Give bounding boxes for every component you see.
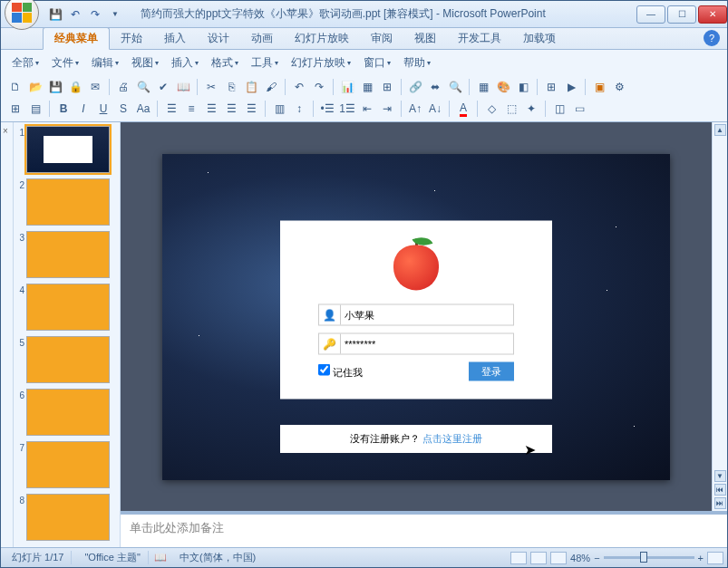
- align-right-icon[interactable]: ☰: [202, 100, 220, 118]
- spelling-icon[interactable]: ✔: [154, 78, 172, 96]
- redo-icon[interactable]: ↷: [310, 78, 328, 96]
- table-icon[interactable]: ▦: [358, 78, 376, 96]
- format-painter-icon[interactable]: 🖌: [262, 78, 280, 96]
- save-icon[interactable]: 💾: [46, 78, 64, 96]
- tab-developer[interactable]: 开发工具: [447, 28, 512, 49]
- justify-icon[interactable]: ☰: [222, 100, 240, 118]
- font-color-icon[interactable]: A: [454, 100, 472, 118]
- columns-icon[interactable]: ▥: [270, 100, 288, 118]
- slideshow-view-icon[interactable]: [550, 552, 567, 564]
- distributed-icon[interactable]: ☰: [242, 100, 260, 118]
- outline-pane-handle[interactable]: ×: [1, 122, 14, 547]
- tab-slideshow[interactable]: 幻灯片放映: [284, 28, 360, 49]
- font-decrease-icon[interactable]: A↓: [426, 100, 444, 118]
- italic-icon[interactable]: I: [74, 100, 92, 118]
- next-slide-icon[interactable]: ⏭: [714, 497, 726, 509]
- new-slide-icon[interactable]: ▭: [570, 100, 588, 118]
- color-icon[interactable]: 🎨: [494, 78, 512, 96]
- increase-indent-icon[interactable]: ⇥: [378, 100, 396, 118]
- macro-icon[interactable]: ▶: [562, 78, 580, 96]
- grid-icon[interactable]: ▦: [474, 78, 492, 96]
- thumbnail-3[interactable]: [26, 231, 110, 278]
- grayscale-icon[interactable]: ◧: [514, 78, 532, 96]
- mail-icon[interactable]: ✉: [86, 78, 104, 96]
- slide-viewport[interactable]: 👤 🔑 记住我 登录: [121, 122, 712, 511]
- tab-animation[interactable]: 动画: [240, 28, 284, 49]
- tab-review[interactable]: 审阅: [360, 28, 403, 49]
- redo-icon[interactable]: ↷: [88, 7, 102, 22]
- vertical-scrollbar[interactable]: ▲ ▼ ⏮ ⏭: [712, 122, 727, 511]
- design-icon[interactable]: ◫: [550, 100, 568, 118]
- save-icon[interactable]: 💾: [48, 7, 63, 22]
- username-input[interactable]: [341, 310, 513, 321]
- help-icon[interactable]: ?: [704, 30, 720, 46]
- undo-icon[interactable]: ↶: [68, 7, 83, 22]
- tab-view[interactable]: 视图: [403, 28, 447, 49]
- password-input[interactable]: [341, 339, 513, 350]
- zoom-in-icon[interactable]: +: [698, 553, 704, 563]
- layout-icon[interactable]: ▤: [26, 100, 44, 118]
- print-icon[interactable]: 🖨: [114, 78, 132, 96]
- font-increase-icon[interactable]: A↑: [406, 100, 424, 118]
- register-link[interactable]: 点击这里注册: [422, 433, 482, 444]
- slideshow-icon[interactable]: ▣: [590, 78, 608, 96]
- close-button[interactable]: ✕: [698, 5, 727, 24]
- decrease-indent-icon[interactable]: ⇤: [358, 100, 376, 118]
- menu-format[interactable]: 格式▾: [206, 53, 244, 72]
- zoom-slider[interactable]: [604, 556, 694, 559]
- window-icon[interactable]: ⊞: [542, 78, 560, 96]
- grid-view-icon[interactable]: ⊞: [6, 100, 24, 118]
- notes-pane[interactable]: 单击此处添加备注: [121, 511, 727, 547]
- qat-dropdown-icon[interactable]: ▼: [108, 7, 122, 22]
- open-icon[interactable]: 📂: [26, 78, 44, 96]
- login-button[interactable]: 登录: [469, 362, 514, 381]
- align-left-icon[interactable]: ☰: [162, 100, 180, 118]
- bullets-icon[interactable]: •☰: [318, 100, 336, 118]
- normal-view-icon[interactable]: [510, 552, 527, 564]
- permission-icon[interactable]: 🔒: [66, 78, 84, 96]
- fit-window-icon[interactable]: [707, 552, 723, 564]
- tab-insert[interactable]: 插入: [153, 28, 197, 49]
- align-center-icon[interactable]: ≡: [182, 100, 200, 118]
- thumbnail-2[interactable]: [26, 178, 110, 226]
- scroll-up-icon[interactable]: ▲: [714, 124, 726, 136]
- prev-slide-icon[interactable]: ⏮: [714, 484, 726, 496]
- menu-all[interactable]: 全部▾: [6, 53, 44, 72]
- spellcheck-icon[interactable]: 📖: [154, 552, 167, 563]
- thumbnail-8[interactable]: [26, 494, 110, 541]
- slide-canvas[interactable]: 👤 🔑 记住我 登录: [162, 154, 670, 480]
- sorter-view-icon[interactable]: [530, 552, 547, 564]
- menu-insert[interactable]: 插入▾: [166, 53, 204, 72]
- tab-home[interactable]: 开始: [110, 28, 153, 49]
- numbering-icon[interactable]: 1☰: [338, 100, 356, 118]
- minimize-button[interactable]: —: [636, 5, 665, 24]
- thumbnail-7[interactable]: [26, 441, 110, 488]
- tables-icon[interactable]: ⊞: [378, 78, 396, 96]
- text-direction-icon[interactable]: ↕: [290, 100, 308, 118]
- tab-addins[interactable]: 加载项: [512, 28, 567, 49]
- shapes-icon[interactable]: ◇: [482, 100, 500, 118]
- bold-icon[interactable]: B: [54, 100, 73, 118]
- hyperlink-icon[interactable]: 🔗: [406, 78, 424, 96]
- office-button[interactable]: [5, 0, 39, 30]
- tab-classic-menu[interactable]: 经典菜单: [43, 27, 110, 50]
- underline-icon[interactable]: U: [94, 100, 112, 118]
- thumbnail-4[interactable]: [26, 284, 110, 331]
- thumbnail-5[interactable]: [26, 336, 110, 383]
- menu-help[interactable]: 帮助▾: [398, 53, 436, 72]
- copy-icon[interactable]: ⎘: [222, 78, 240, 96]
- thumbnail-1[interactable]: [26, 126, 110, 173]
- menu-edit[interactable]: 编辑▾: [86, 53, 124, 72]
- language-indicator[interactable]: 中文(简体，中国): [172, 551, 263, 564]
- research-icon[interactable]: 📖: [174, 78, 192, 96]
- undo-icon[interactable]: ↶: [290, 78, 308, 96]
- close-pane-icon[interactable]: ×: [3, 126, 8, 136]
- menu-file[interactable]: 文件▾: [46, 53, 84, 72]
- print-preview-icon[interactable]: 🔍: [134, 78, 152, 96]
- arrange-icon[interactable]: ⬚: [502, 100, 520, 118]
- maximize-button[interactable]: ☐: [667, 5, 696, 24]
- menu-view[interactable]: 视图▾: [126, 53, 164, 72]
- zoom-out-icon[interactable]: −: [594, 553, 599, 563]
- slide-thumbnails[interactable]: 1 2 3 4 5 6 7 8: [14, 122, 121, 547]
- cut-icon[interactable]: ✂: [202, 78, 220, 96]
